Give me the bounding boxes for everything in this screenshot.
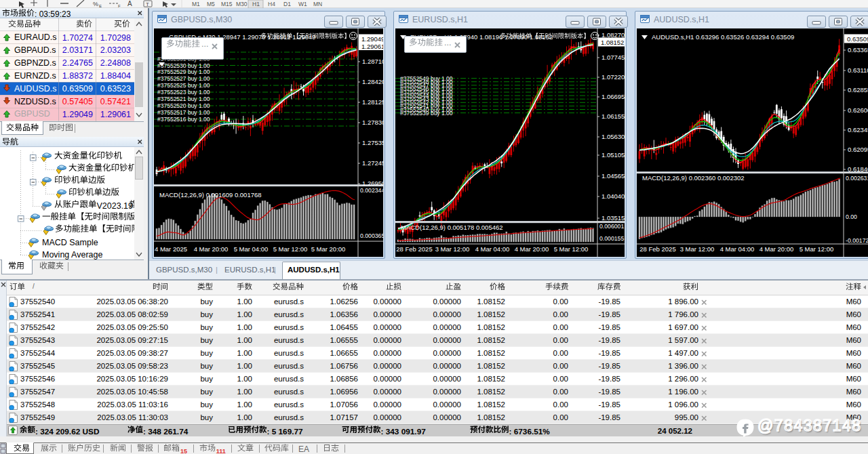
svg-text:1.03515: 1.03515 — [601, 214, 625, 222]
svg-text:1.08152: 1.08152 — [601, 39, 624, 46]
svg-text:3 Mar 12:00: 3 Mar 12:00 — [680, 245, 715, 253]
svg-text:5 Mar 12:00: 5 Mar 12:00 — [273, 245, 308, 253]
svg-text:1.05105: 1.05105 — [601, 151, 625, 159]
svg-text:MACD(12,26,9) 0.001609 0.00176: MACD(12,26,9) 0.001609 0.001768 — [159, 191, 262, 199]
svg-text:#37552539 buy 1.00: #37552539 buy 1.00 — [400, 110, 453, 117]
svg-text:4 Mar 20:00: 4 Mar 20:00 — [194, 245, 229, 253]
svg-text:1.05630: 1.05630 — [601, 133, 625, 140]
svg-text:M15: M15 — [221, 1, 233, 7]
svg-text:1.06695: 1.06695 — [601, 93, 625, 100]
svg-text:1.26950: 1.26950 — [362, 180, 383, 187]
svg-text:#37552530 buy 1.00: #37552530 buy 1.00 — [157, 62, 210, 69]
svg-text:0.61840: 0.61840 — [848, 165, 868, 173]
svg-text:MN: MN — [313, 1, 322, 7]
svg-text:4 Mar 20:00: 4 Mar 20:00 — [515, 245, 549, 253]
svg-text:0.006001: 0.006001 — [599, 223, 624, 230]
svg-text:1.27535: 1.27535 — [362, 139, 383, 146]
svg-text:M30: M30 — [236, 1, 248, 7]
svg-text:#37552527 buy 1.00: #37552527 buy 1.00 — [157, 75, 210, 82]
svg-text:1.04040: 1.04040 — [601, 192, 625, 200]
svg-text:4 Mar 2025: 4 Mar 2025 — [155, 245, 187, 253]
svg-text:1.27830: 1.27830 — [362, 119, 383, 126]
svg-text:5 Mar 12:00: 5 Mar 12:00 — [800, 245, 834, 253]
svg-text:1.28125: 1.28125 — [362, 98, 383, 106]
svg-text:#37552520 buy 1.00: #37552520 buy 1.00 — [157, 102, 210, 109]
svg-text:1.06155: 1.06155 — [601, 112, 625, 120]
svg-text:1.07745: 1.07745 — [601, 54, 625, 61]
svg-text:0.62600: 0.62600 — [848, 106, 868, 114]
svg-text:5 Mar 04:00: 5 Mar 04:00 — [234, 245, 269, 253]
svg-text:W1: W1 — [298, 1, 307, 7]
svg-text:AUDUSD.s,H1 0.63296 0.63526 0: AUDUSD.s,H1 0.63296 0.63526 0.63294 0.63… — [652, 33, 794, 41]
svg-text:28 Feb 2025: 28 Feb 2025 — [639, 245, 675, 253]
svg-text:3 Mar 12:00: 3 Mar 12:00 — [435, 245, 470, 253]
svg-text:H4: H4 — [268, 1, 275, 7]
svg-text:MACD(12,26,9) 0.002360 0.00230: MACD(12,26,9) 0.002360 0.002302 — [642, 174, 745, 182]
svg-text:1.28710: 1.28710 — [362, 58, 383, 65]
svg-text:#37552516 buy 1.00: #37552516 buy 1.00 — [157, 116, 210, 123]
svg-text:M5: M5 — [207, 1, 215, 7]
svg-text:0.63509: 0.63509 — [847, 35, 868, 43]
svg-text:0.62855: 0.62855 — [848, 86, 868, 94]
svg-text:%: % — [93, 1, 98, 7]
svg-text:4 Mar 04:00: 4 Mar 04:00 — [475, 245, 510, 253]
svg-text:28 Feb 2025: 28 Feb 2025 — [396, 245, 432, 253]
svg-text:1.04565: 1.04565 — [601, 172, 625, 180]
svg-text:1.07220: 1.07220 — [601, 73, 625, 81]
svg-text:0.000365: 0.000365 — [360, 232, 383, 239]
svg-text:1.29061: 1.29061 — [361, 43, 383, 50]
svg-text:-0.00172: -0.00172 — [846, 237, 868, 244]
svg-text:1.27245: 1.27245 — [362, 159, 383, 167]
svg-text:4 Mar 20:00: 4 Mar 20:00 — [760, 245, 794, 253]
svg-text:5 Mar 12:00: 5 Mar 12:00 — [554, 245, 589, 253]
svg-text:0.002631: 0.002631 — [846, 175, 868, 182]
svg-text:4 Mar 04:00: 4 Mar 04:00 — [720, 245, 755, 253]
svg-text:A: A — [127, 0, 132, 7]
svg-text:T: T — [146, 1, 149, 7]
svg-text:1.28420: 1.28420 — [362, 78, 383, 85]
svg-text:0.63365: 0.63365 — [848, 46, 868, 54]
svg-text:5 Mar 20:00: 5 Mar 20:00 — [311, 245, 346, 253]
svg-text:0.00: 0.00 — [846, 213, 857, 220]
svg-text:#37552517 buy 1.00: #37552517 buy 1.00 — [157, 109, 210, 116]
svg-text:0.000155: 0.000155 — [599, 235, 624, 242]
svg-text:M1: M1 — [192, 1, 200, 7]
svg-text:0.63110: 0.63110 — [848, 66, 868, 74]
svg-text:0.62095: 0.62095 — [848, 146, 868, 153]
svg-text:H1: H1 — [252, 1, 260, 7]
svg-text:#37552523 buy 1.00: #37552523 buy 1.00 — [157, 89, 210, 96]
svg-text:0.002344: 0.002344 — [360, 187, 383, 194]
svg-text:MACD(12,26,9) 0.005178 0.00546: MACD(12,26,9) 0.005178 0.005462 — [401, 224, 503, 231]
svg-text:#37552525 buy 1.00: #37552525 buy 1.00 — [157, 82, 210, 89]
svg-text:D1: D1 — [283, 1, 291, 7]
svg-text:0.62345: 0.62345 — [848, 126, 868, 133]
svg-text:1.29049: 1.29049 — [361, 35, 383, 43]
svg-text:#37552529 buy 1.00: #37552529 buy 1.00 — [157, 68, 210, 75]
svg-text:#37552521 buy 1.00: #37552521 buy 1.00 — [157, 96, 210, 102]
